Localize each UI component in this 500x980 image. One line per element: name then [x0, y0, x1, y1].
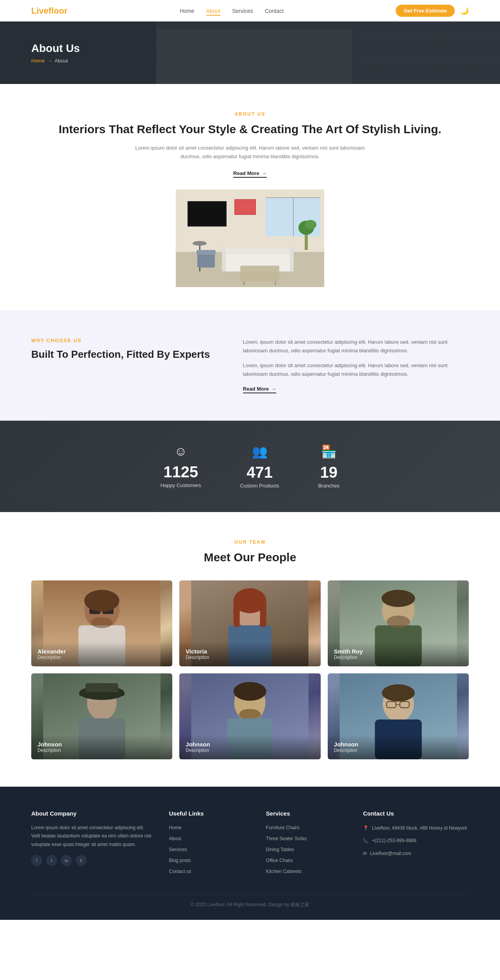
footer-link-services[interactable]: Services: [169, 847, 187, 852]
team-desc-alexander: Description: [38, 655, 166, 660]
get-estimate-button[interactable]: Get Free Estimate: [396, 5, 455, 17]
brand-logo[interactable]: Livefloor: [31, 6, 68, 16]
team-card-johnson3[interactable]: Johnson Description: [328, 673, 469, 759]
social-instagram[interactable]: in: [61, 855, 72, 866]
footer-about-text: Lorem ipsum dolor sit amet consectetur a…: [31, 824, 154, 849]
breadcrumb-separator: →: [47, 58, 52, 64]
svg-point-43: [386, 616, 410, 628]
team-name-victoria: Victoria: [186, 648, 314, 655]
happy-customers-icon: ☺: [161, 444, 201, 459]
breadcrumb: Home → About: [31, 58, 80, 64]
team-name-johnson3: Johnson: [334, 741, 462, 748]
team-overlay-smith: Smith Roy Description: [328, 642, 469, 666]
team-overlay-johnson1: Johnson Description: [31, 735, 172, 759]
stat-number-2: 19: [318, 464, 339, 481]
team-name-alexander: Alexander: [38, 648, 166, 655]
stat-happy-customers: ☺ 1125 Happy Customers: [161, 444, 201, 488]
svg-point-18: [305, 220, 316, 229]
team-section: OUR TEAM Meet Our People: [0, 512, 500, 787]
why-section: WHY CHOOSE US Built To Perfection, Fitte…: [0, 311, 500, 420]
why-desc1: Lorem, ipsum dolor sit amet consectetur …: [243, 338, 469, 355]
team-overlay-victoria: Victoria Description: [179, 642, 320, 666]
team-card-johnson1[interactable]: Johnson Description: [31, 673, 172, 759]
footer-address: 📍 Livefloor, #9436 block, #88 Honey id N…: [363, 824, 469, 833]
nav-links: Home About Services Contact: [180, 7, 284, 14]
arrow-icon-2: →: [271, 386, 276, 392]
svg-rect-38: [260, 600, 266, 627]
footer-link-about[interactable]: About: [169, 836, 181, 841]
team-desc-victoria: Description: [186, 655, 314, 660]
why-tag: WHY CHOOSE US: [31, 338, 220, 343]
dark-mode-toggle[interactable]: 🌙: [460, 7, 469, 15]
social-facebook[interactable]: f: [31, 855, 42, 866]
svg-point-30: [91, 617, 113, 628]
team-name-johnson1: Johnson: [38, 741, 166, 748]
about-read-more[interactable]: Read More →: [233, 170, 266, 178]
footer-link-home[interactable]: Home: [169, 825, 182, 830]
team-desc-johnson2: Description: [186, 748, 314, 753]
stat-label-2: Branches: [318, 483, 339, 489]
team-name-smith: Smith Roy: [334, 648, 462, 655]
breadcrumb-home[interactable]: Home: [31, 58, 45, 64]
why-heading: Built To Perfection, Fitted By Experts: [31, 348, 220, 361]
svg-rect-4: [293, 197, 294, 236]
footer-useful-links: Home About Services Blog posts Contact u…: [169, 824, 250, 875]
footer-bottom: © 2020 Livefloor. All Right Reserved. De…: [31, 901, 469, 908]
team-card-smith[interactable]: Smith Roy Description: [328, 580, 469, 666]
why-read-more[interactable]: Read More →: [243, 386, 276, 393]
about-room-image: [176, 189, 324, 287]
nav-about[interactable]: About: [206, 8, 221, 16]
footer-services-col: Services Furniture Chairs Three Seater S…: [266, 810, 347, 878]
stat-label-1: Custom Products: [240, 483, 279, 489]
social-linkedin[interactable]: li: [76, 855, 87, 866]
team-card-alexander[interactable]: Alexander Description: [31, 580, 172, 666]
footer-service-2[interactable]: Dining Tables: [266, 847, 294, 852]
social-twitter[interactable]: t: [46, 855, 57, 866]
nav-services[interactable]: Services: [232, 8, 253, 14]
team-grid: Alexander Description: [31, 580, 469, 759]
brand-name-part1: Live: [31, 6, 48, 16]
footer-link-blog[interactable]: Blog posts: [169, 858, 191, 863]
about-heading: Interiors That Reflect Your Style & Crea…: [31, 121, 469, 137]
footer-link-contact[interactable]: Contact us: [169, 869, 191, 874]
footer-links-col: Useful Links Home About Services Blog po…: [169, 810, 250, 878]
svg-point-31: [84, 590, 120, 612]
team-card-victoria[interactable]: Victoria Description: [179, 580, 320, 666]
stat-label-0: Happy Customers: [161, 482, 201, 488]
team-overlay-johnson3: Johnson Description: [328, 735, 469, 759]
footer-grid: About Company Lorem ipsum dolor sit amet…: [31, 810, 469, 878]
team-desc-johnson3: Description: [334, 748, 462, 753]
footer-service-3[interactable]: Office Chairs: [266, 858, 293, 863]
footer-services-links: Furniture Chairs Three Seater Sofas Dini…: [266, 824, 347, 875]
stat-number-0: 1125: [161, 463, 201, 481]
email-icon: ✉: [363, 849, 367, 858]
team-overlay-alexander: Alexander Description: [31, 642, 172, 666]
team-desc-smith: Description: [334, 655, 462, 660]
team-card-johnson2[interactable]: Johnson Description: [179, 673, 320, 759]
svg-point-20: [193, 241, 207, 246]
footer-service-4[interactable]: Kitchen Cabinets: [266, 869, 302, 874]
about-section: ABOUT US Interiors That Reflect Your Sty…: [0, 84, 500, 311]
phone-icon: 📞: [363, 836, 369, 845]
footer-phone: 📞 +(211)-253-999-8888: [363, 836, 469, 845]
stat-branches: 🏪 19 Branches: [318, 444, 339, 489]
custom-products-icon: 👥: [240, 444, 279, 459]
stat-custom-products: 👥 471 Custom Products: [240, 444, 279, 489]
footer-service-1[interactable]: Three Seater Sofas: [266, 836, 307, 841]
nav-contact[interactable]: Contact: [265, 8, 284, 14]
svg-rect-13: [240, 266, 279, 281]
navbar: Livefloor Home About Services Contact Ge…: [0, 0, 500, 21]
svg-point-44: [381, 590, 415, 607]
location-icon: 📍: [363, 824, 369, 833]
footer-services-title: Services: [266, 810, 347, 817]
team-overlay-johnson2: Johnson Description: [179, 735, 320, 759]
nav-home[interactable]: Home: [180, 8, 194, 14]
footer-contact-col: Contact Us 📍 Livefloor, #9436 block, #88…: [363, 810, 469, 878]
hero-title: About Us: [31, 42, 80, 55]
footer-service-0[interactable]: Furniture Chairs: [266, 825, 300, 830]
footer-contact-title: Contact Us: [363, 810, 469, 817]
stats-section: ☺ 1125 Happy Customers 👥 471 Custom Prod…: [0, 421, 500, 512]
svg-point-57: [234, 682, 266, 701]
svg-rect-22: [196, 250, 216, 255]
team-desc-johnson1: Description: [38, 748, 166, 753]
